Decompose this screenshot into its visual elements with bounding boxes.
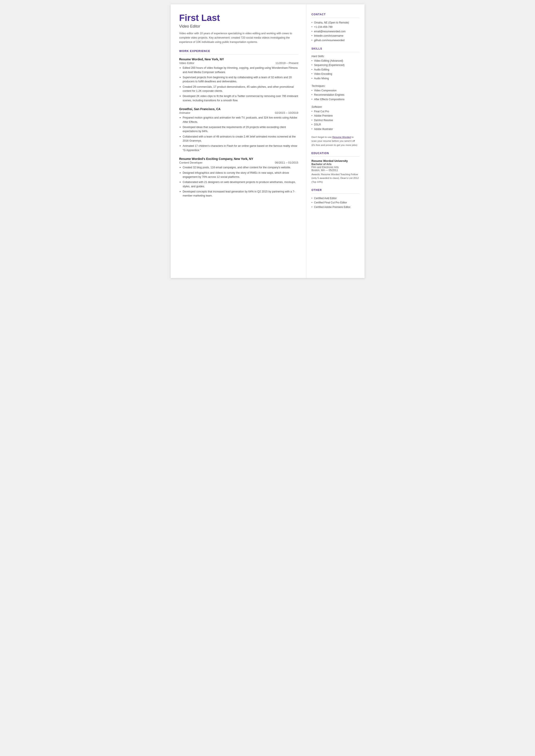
job-bullet-1-2: Supervised projects from beginning to en… (179, 75, 298, 84)
edu-field: Film and Electronic Arts (312, 166, 359, 169)
promo-block: Don't forget to use Resume Worded to sca… (312, 135, 359, 147)
edu-degree: Bachelor of Arts (312, 163, 359, 166)
job-position-3: Content Developer (179, 161, 203, 164)
right-column: CONTACT Omaha, NE (Open to Remote) +1-23… (306, 4, 365, 278)
hard-skill-2: Audio Editing (312, 68, 359, 72)
edu-awards: Awards: Resume Worded Teaching Fellow (o… (312, 173, 359, 184)
edu-school: Resume Worded University (312, 159, 359, 162)
hard-skill-1: Sequencing (Experienced) (312, 63, 359, 67)
job-position-1: Video Editor (179, 61, 195, 65)
job-bullet-1-4: Developed 2K video clips to fit the leng… (179, 94, 298, 102)
education-divider (312, 156, 359, 157)
job-dates-1: 11/2019 – Present (275, 61, 298, 65)
education-label: EDUCATION (312, 152, 359, 155)
techniques-list: Video Compression Recommendation Engines… (312, 88, 359, 101)
work-experience-divider (179, 54, 298, 55)
contact-item-1: +1-234-456-789 (312, 25, 359, 29)
job-company-2: Growthsi, San Francisco, CA (179, 107, 221, 111)
resume-page: First Last Video Editor Video editor wit… (171, 4, 365, 278)
job-bullets-1: Edited 200 hours of video footage by tri… (179, 66, 298, 102)
contact-item-4: github.com/resumeworded (312, 38, 359, 42)
techniques-label: Techniques: (312, 84, 359, 88)
other-item-2: Certified Adobe Premiere Editor. (312, 205, 359, 209)
hard-skills-label: Hard Skills: (312, 55, 359, 58)
job-block-3: Resume Worded's Exciting Company, New Yo… (179, 157, 298, 198)
job-header-1: Resume Worded, New York, NY (179, 58, 298, 61)
software-label: Software: (312, 105, 359, 108)
job-header-2: Growthsi, San Francisco, CA (179, 107, 298, 111)
promo-link[interactable]: Resume Worded (332, 136, 351, 138)
contact-label: CONTACT (312, 13, 359, 16)
other-item-0: Certified Avid Editor (312, 196, 359, 200)
contact-item-2: email@resumeworded.com (312, 29, 359, 34)
contact-list: Omaha, NE (Open to Remote) +1-234-456-78… (312, 20, 359, 42)
hard-skill-4: Audio Mixing (312, 76, 359, 81)
software-2: DaVinci Resolve (312, 118, 359, 123)
job-bullet-3-3: Collaborated with 21 designers on web de… (179, 180, 298, 188)
hard-skill-0: Video Editing (Advanced) (312, 59, 359, 63)
software-4: Adobe Illustrator (312, 127, 359, 131)
software-0: Final Cut Pro (312, 109, 359, 114)
job-title-row-1: Video Editor 11/2019 – Present (179, 61, 298, 65)
job-dates-3: 06/2011 – 01/2015 (275, 161, 298, 164)
job-title-row-3: Content Developer 06/2011 – 01/2015 (179, 161, 298, 164)
hard-skill-3: Video Encoding (312, 72, 359, 76)
technique-2: After Effects Compositions (312, 97, 359, 101)
techniques-category: Techniques: Video Compression Recommenda… (312, 84, 359, 101)
skills-section: SKILLS Hard Skills: Video Editing (Advan… (312, 47, 359, 147)
contact-section: CONTACT Omaha, NE (Open to Remote) +1-23… (312, 13, 359, 42)
hard-skills-list: Video Editing (Advanced) Sequencing (Exp… (312, 59, 359, 81)
job-bullet-1-1: Edited 200 hours of video footage by tri… (179, 66, 298, 74)
technique-0: Video Compression (312, 88, 359, 93)
job-bullet-2-2: Developed ideas that surpassed the requi… (179, 125, 298, 134)
job-position-2: Animator (179, 111, 190, 114)
job-block-2: Growthsi, San Francisco, CA Animator 02/… (179, 107, 298, 153)
software-1: Adobe Premiere (312, 114, 359, 118)
contact-item-0: Omaha, NE (Open to Remote) (312, 20, 359, 25)
job-bullet-2-1: Prepared motion graphics and animation f… (179, 116, 298, 124)
job-bullet-1-3: Created 29 commercials, 17 product demon… (179, 85, 298, 93)
promo-text-before: Don't forget to use (312, 136, 332, 138)
other-list: Certified Avid Editor Certified Final Cu… (312, 196, 359, 209)
job-company-1: Resume Worded, New York, NY (179, 58, 224, 61)
summary: Video editor with 10 years of experience… (179, 31, 298, 44)
name: First Last (179, 13, 298, 23)
other-label: OTHER (312, 188, 359, 192)
job-company-3: Resume Worded's Exciting Company, New Yo… (179, 157, 253, 160)
other-item-1: Certified Final Cut Pro Editor (312, 200, 359, 205)
software-category: Software: Final Cut Pro Adobe Premiere D… (312, 105, 359, 131)
hard-skills-category: Hard Skills: Video Editing (Advanced) Se… (312, 55, 359, 81)
technique-1: Recommendation Engines (312, 93, 359, 97)
job-bullet-3-1: Created 32 blog posts, 116 email campaig… (179, 165, 298, 170)
job-title-row-2: Animator 02/2015 – 10/2019 (179, 111, 298, 114)
job-bullets-2: Prepared motion graphics and animation f… (179, 116, 298, 153)
job-bullet-3-2: Designed infographics and videos to conv… (179, 171, 298, 179)
software-list: Final Cut Pro Adobe Premiere DaVinci Res… (312, 109, 359, 131)
job-bullet-3-4: Developed concepts that increased lead g… (179, 190, 298, 198)
other-section: OTHER Certified Avid Editor Certified Fi… (312, 188, 359, 209)
job-bullets-3: Created 32 blog posts, 116 email campaig… (179, 165, 298, 198)
work-experience-label: WORK EXPERIENCE (179, 49, 298, 53)
job-dates-2: 02/2015 – 10/2019 (275, 111, 298, 114)
education-section: EDUCATION Resume Worded University Bache… (312, 152, 359, 184)
job-header-3: Resume Worded's Exciting Company, New Yo… (179, 157, 298, 160)
edu-block: Resume Worded University Bachelor of Art… (312, 159, 359, 184)
skills-label: SKILLS (312, 47, 359, 50)
software-3: DSLR (312, 123, 359, 127)
job-title: Video Editor (179, 24, 298, 29)
edu-location: Boston, MA — 05/2011 (312, 169, 359, 172)
contact-item-3: linkedin.com/in/username (312, 34, 359, 38)
job-bullet-2-4: Animated 17 children's characters in Fla… (179, 144, 298, 153)
left-column: First Last Video Editor Video editor wit… (171, 4, 306, 278)
job-block-1: Resume Worded, New York, NY Video Editor… (179, 58, 298, 102)
job-bullet-2-3: Collaborated with a team of 49 animators… (179, 135, 298, 143)
